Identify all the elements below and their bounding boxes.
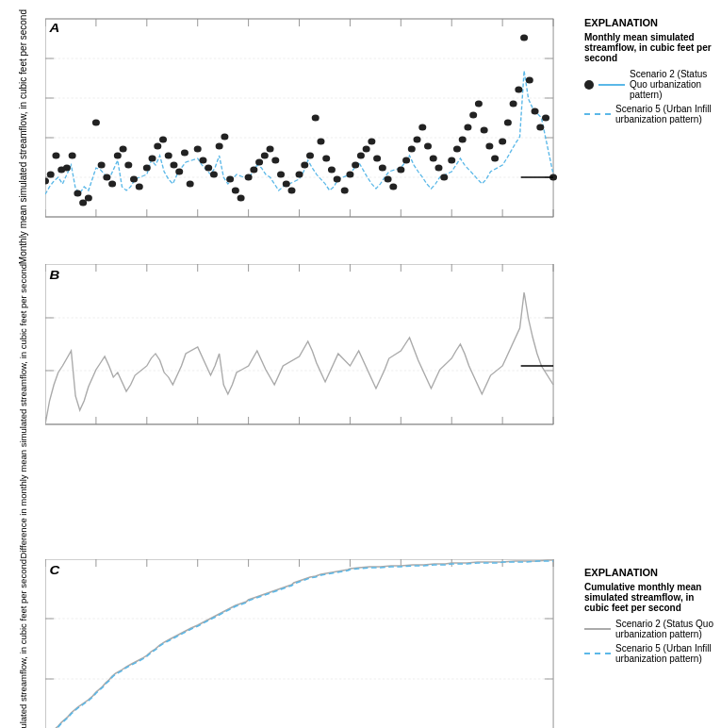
svg-point-70 — [187, 181, 194, 188]
main-container: Monthly mean simulated streamflow, in cu… — [0, 0, 721, 728]
svg-point-118 — [459, 137, 467, 143]
panel-a-chart: 0 50 100 150 200 250 A — [45, 9, 575, 264]
svg-point-85 — [271, 157, 279, 164]
svg-point-106 — [389, 184, 397, 190]
svg-point-80 — [245, 174, 253, 181]
svg-point-122 — [481, 127, 488, 134]
svg-point-95 — [328, 167, 336, 174]
svg-point-62 — [143, 165, 151, 172]
panel-c-y-label: Cumulative monthly mean simulated stream… — [0, 559, 45, 728]
svg-point-58 — [120, 146, 127, 153]
svg-point-66 — [165, 153, 172, 159]
svg-point-90 — [301, 162, 308, 169]
panel-b-chart: 0 1.0 2.0 3.0 B — [45, 264, 575, 558]
legend-bottom-subtitle: Cumulative monthly mean simulated stream… — [584, 582, 716, 613]
legend-dashed-line-icon — [584, 113, 611, 115]
svg-point-117 — [453, 146, 461, 153]
svg-point-57 — [114, 153, 122, 159]
svg-point-65 — [159, 137, 167, 143]
svg-point-115 — [440, 174, 448, 181]
svg-point-75 — [216, 143, 223, 150]
svg-point-46 — [52, 153, 59, 159]
panel-a: Monthly mean simulated streamflow, in cu… — [0, 9, 721, 264]
svg-point-108 — [402, 157, 410, 164]
svg-text:C: C — [50, 562, 61, 576]
legend-scenario2-label: Scenario 2 (Status Quo urbanization patt… — [630, 69, 716, 100]
svg-point-63 — [149, 156, 156, 162]
svg-rect-172 — [45, 559, 553, 728]
svg-point-116 — [448, 157, 455, 164]
svg-point-67 — [170, 162, 177, 169]
svg-point-126 — [504, 120, 512, 126]
svg-point-74 — [210, 172, 218, 178]
legend-dashed-blue-line-icon — [584, 653, 611, 654]
svg-point-81 — [250, 167, 257, 174]
legend-bottom: EXPLANATION Cumulative monthly mean simu… — [575, 559, 721, 728]
empty-legend-b — [575, 264, 721, 558]
legend-top: EXPLANATION Monthly mean simulated strea… — [575, 9, 721, 264]
svg-point-50 — [74, 190, 81, 197]
svg-point-56 — [108, 181, 116, 188]
svg-point-125 — [499, 139, 506, 145]
svg-point-73 — [205, 165, 212, 172]
svg-point-105 — [385, 176, 392, 183]
svg-point-71 — [194, 146, 202, 153]
svg-point-48 — [63, 165, 71, 172]
svg-rect-136 — [45, 264, 553, 424]
svg-point-84 — [267, 146, 274, 153]
panel-c: Cumulative monthly mean simulated stream… — [0, 559, 721, 728]
svg-point-100 — [357, 153, 365, 159]
svg-point-55 — [103, 174, 110, 181]
svg-text:A: A — [49, 21, 60, 35]
svg-point-77 — [226, 176, 234, 183]
svg-point-87 — [283, 181, 290, 188]
svg-point-61 — [136, 184, 143, 190]
svg-point-114 — [434, 165, 442, 172]
svg-point-119 — [464, 124, 471, 131]
svg-point-51 — [79, 200, 87, 207]
panel-a-y-label: Monthly mean simulated streamflow, in cu… — [0, 9, 45, 264]
svg-point-52 — [85, 195, 92, 202]
legend-top-title: EXPLANATION — [584, 17, 716, 28]
svg-point-104 — [379, 165, 386, 172]
svg-point-78 — [232, 188, 239, 194]
svg-point-97 — [341, 188, 349, 194]
svg-point-132 — [536, 124, 544, 131]
svg-point-109 — [408, 146, 416, 153]
svg-text:B: B — [50, 268, 60, 282]
svg-point-82 — [255, 159, 263, 166]
svg-point-130 — [526, 77, 533, 84]
svg-point-92 — [312, 115, 320, 122]
svg-point-110 — [414, 137, 421, 143]
svg-point-103 — [373, 156, 381, 162]
svg-rect-0 — [45, 19, 553, 217]
svg-point-112 — [424, 143, 432, 150]
svg-point-76 — [221, 134, 228, 141]
svg-point-123 — [485, 143, 493, 150]
legend-dot-icon — [584, 80, 594, 90]
svg-point-121 — [475, 101, 483, 108]
svg-point-79 — [238, 195, 245, 202]
svg-point-107 — [397, 167, 404, 174]
svg-point-49 — [69, 153, 76, 159]
svg-point-94 — [322, 156, 330, 162]
svg-point-54 — [98, 162, 106, 169]
svg-point-113 — [430, 156, 437, 162]
legend-item-scenario5: Scenario 5 (Urban Infill urbanization pa… — [584, 104, 716, 124]
svg-point-60 — [130, 176, 138, 183]
svg-point-124 — [491, 156, 499, 162]
svg-point-83 — [261, 153, 269, 159]
svg-point-88 — [287, 188, 295, 194]
svg-point-127 — [510, 101, 517, 108]
svg-point-72 — [199, 157, 206, 164]
svg-point-102 — [368, 139, 375, 145]
legend-solid-gray-line-icon — [584, 628, 611, 630]
panel-c-chart-area: 0 1,000 2,000 3,000 C 2055 2056 2057 205… — [45, 559, 575, 728]
svg-point-99 — [352, 162, 359, 169]
legend-top-subtitle: Monthly mean simulated streamflow, in cu… — [584, 32, 716, 63]
svg-point-86 — [277, 172, 285, 178]
svg-point-68 — [175, 169, 183, 175]
legend-c-scenario2-label: Scenario 2 (Status Quo urbanization patt… — [615, 619, 716, 639]
svg-point-59 — [124, 162, 132, 169]
svg-point-96 — [334, 176, 341, 183]
